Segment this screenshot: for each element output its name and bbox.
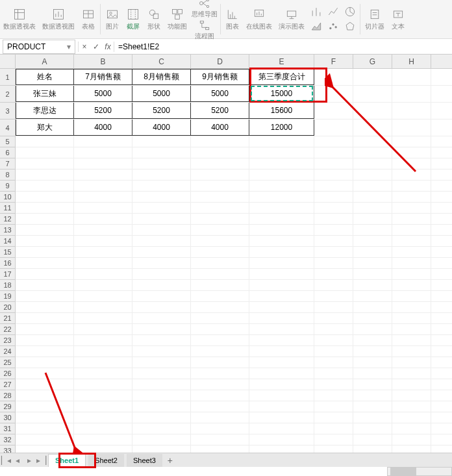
- sheet-tab-sheet2[interactable]: Sheet2: [88, 454, 124, 467]
- cell-C2[interactable]: 5000: [132, 86, 191, 102]
- row-header-28[interactable]: 28: [0, 390, 15, 401]
- select-all-corner[interactable]: [0, 55, 16, 69]
- svg-point-20: [333, 23, 334, 25]
- row-header-20[interactable]: 20: [0, 302, 15, 313]
- table-button[interactable]: 表格: [78, 1, 99, 37]
- pivot-chart-button[interactable]: 数据透视图: [39, 1, 78, 37]
- row-header-3[interactable]: 3: [0, 103, 15, 119]
- scatter-chart-icon[interactable]: [326, 19, 340, 34]
- col-header-F[interactable]: F: [314, 55, 353, 69]
- row-header-1[interactable]: 1: [0, 69, 15, 86]
- row-header-19[interactable]: 19: [0, 291, 15, 302]
- cell-A3[interactable]: 李思达: [16, 103, 74, 119]
- shapes-button[interactable]: 形状: [144, 1, 164, 37]
- cell-C4[interactable]: 4000: [132, 119, 191, 136]
- name-box[interactable]: PRODUCT▾: [3, 40, 75, 54]
- row-header-24[interactable]: 24: [0, 346, 15, 357]
- mindmap-button[interactable]: 思维导图: [192, 0, 218, 19]
- row-header-30[interactable]: 30: [0, 412, 15, 423]
- cell-grid[interactable]: 姓名7月销售额8月销售额9月销售额第三季度合计张三妹50005000500015…: [16, 69, 452, 457]
- line-chart-icon[interactable]: [326, 5, 340, 19]
- pie-chart-icon[interactable]: [343, 5, 357, 19]
- online-chart-button[interactable]: 在线图表: [243, 1, 275, 37]
- row-header-11[interactable]: 11: [0, 203, 15, 214]
- cell-B3[interactable]: 5200: [74, 103, 132, 119]
- row-header-4[interactable]: 4: [0, 119, 15, 136]
- cell-E4[interactable]: 12000: [249, 119, 314, 136]
- radar-chart-icon[interactable]: [343, 19, 357, 34]
- row-header-29[interactable]: 29: [0, 401, 15, 412]
- col-header-B[interactable]: B: [74, 55, 132, 69]
- bar-chart-icon[interactable]: [309, 5, 323, 19]
- row-header-5[interactable]: 5: [0, 136, 15, 147]
- row-header-8[interactable]: 8: [0, 169, 15, 181]
- cell-D1[interactable]: 9月销售额: [191, 69, 249, 85]
- row-header-23[interactable]: 23: [0, 335, 15, 346]
- tab-last-button[interactable]: ▸▕: [35, 456, 47, 465]
- row-header-21[interactable]: 21: [0, 313, 15, 324]
- chart-button[interactable]: 图表: [222, 1, 243, 37]
- row-header-22[interactable]: 22: [0, 324, 15, 335]
- row-header-15[interactable]: 15: [0, 247, 15, 258]
- fx-button[interactable]: fx: [102, 42, 114, 51]
- row-header-9[interactable]: 9: [0, 181, 15, 192]
- col-header-A[interactable]: A: [16, 55, 74, 69]
- tab-next-button[interactable]: ▸: [23, 456, 35, 465]
- svg-point-11: [200, 2, 203, 5]
- cancel-formula-button[interactable]: ×: [79, 42, 90, 51]
- picture-button[interactable]: 图片: [102, 1, 123, 37]
- row-header-7[interactable]: 7: [0, 158, 15, 169]
- confirm-formula-button[interactable]: ✓: [90, 42, 102, 51]
- col-header-E[interactable]: E: [249, 55, 314, 69]
- cell-A1[interactable]: 姓名: [16, 69, 74, 85]
- row-header-14[interactable]: 14: [0, 236, 15, 247]
- col-header-D[interactable]: D: [191, 55, 249, 69]
- tab-first-button[interactable]: ▏◂: [0, 456, 12, 465]
- row-header-25[interactable]: 25: [0, 357, 15, 368]
- sheet-tab-sheet3[interactable]: Sheet3: [127, 454, 162, 467]
- cell-D2[interactable]: 5000: [191, 86, 249, 102]
- row-header-2[interactable]: 2: [0, 86, 15, 103]
- area-chart-icon[interactable]: [309, 19, 323, 34]
- cell-B1[interactable]: 7月销售额: [74, 69, 132, 85]
- flowchart-button[interactable]: 流程图: [195, 19, 214, 41]
- slicer-button[interactable]: 切片器: [362, 1, 388, 37]
- row-header-18[interactable]: 18: [0, 280, 15, 291]
- cell-C1[interactable]: 8月销售额: [132, 69, 191, 85]
- spreadsheet-area: ABCDEFGH 1234567891011121314151617181920…: [0, 55, 452, 457]
- cell-D3[interactable]: 5200: [191, 103, 249, 119]
- cell-E1[interactable]: 第三季度合计: [249, 69, 314, 85]
- demo-chart-button[interactable]: 演示图表: [275, 1, 308, 37]
- cell-C3[interactable]: 5200: [132, 103, 191, 119]
- cell-B2[interactable]: 5000: [74, 86, 132, 102]
- row-header-13[interactable]: 13: [0, 225, 15, 236]
- row-header-6[interactable]: 6: [0, 147, 15, 158]
- tab-prev-button[interactable]: ◂: [12, 456, 23, 465]
- cell-B4[interactable]: 4000: [74, 119, 132, 136]
- formula-input[interactable]: =Sheet1!E2: [114, 42, 452, 51]
- col-header-C[interactable]: C: [132, 55, 191, 69]
- pivot-table-button[interactable]: 数据透视表: [0, 1, 39, 37]
- svg-point-21: [335, 27, 337, 29]
- row-header-10[interactable]: 10: [0, 192, 15, 203]
- row-header-26[interactable]: 26: [0, 368, 15, 379]
- textbox-button[interactable]: 文本: [388, 1, 408, 37]
- row-header-32[interactable]: 32: [0, 434, 15, 445]
- cell-A4[interactable]: 郑大: [16, 119, 74, 136]
- screenshot-button[interactable]: 截屏: [123, 1, 144, 37]
- horizontal-scrollbar[interactable]: [387, 467, 452, 476]
- cell-D4[interactable]: 4000: [191, 119, 249, 136]
- col-header-G[interactable]: G: [353, 55, 392, 69]
- smartart-button[interactable]: 功能图: [164, 1, 190, 37]
- col-header-H[interactable]: H: [392, 55, 431, 69]
- row-header-27[interactable]: 27: [0, 379, 15, 390]
- cell-E3[interactable]: 15600: [249, 103, 314, 119]
- cell-E2[interactable]: 15000: [249, 86, 314, 102]
- cell-A2[interactable]: 张三妹: [16, 86, 74, 102]
- row-header-17[interactable]: 17: [0, 269, 15, 280]
- row-header-16[interactable]: 16: [0, 258, 15, 269]
- sheet-tab-sheet1[interactable]: Sheet1: [48, 454, 86, 467]
- row-header-12[interactable]: 12: [0, 214, 15, 225]
- add-sheet-button[interactable]: +: [164, 455, 177, 466]
- row-header-31[interactable]: 31: [0, 423, 15, 434]
